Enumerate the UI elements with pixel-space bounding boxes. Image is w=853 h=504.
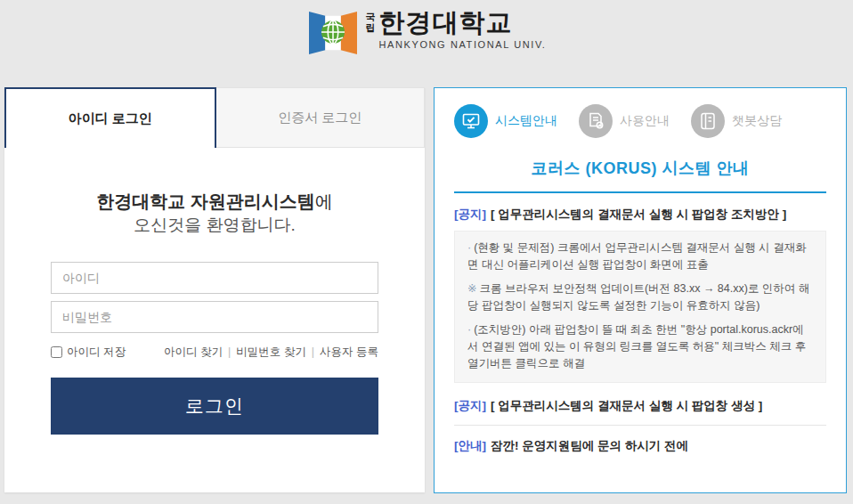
login-panel: 아이디 로그인 인증서 로그인 한경대학교 자원관리시스템에 오신것을 환영합니…	[4, 87, 425, 492]
notice-title: [ 업무관리시스템의 결재문서 실행 시 팝업창 생성 ]	[491, 399, 762, 412]
notice-tag: [공지]	[454, 399, 486, 412]
document-gear-icon	[579, 104, 613, 138]
login-form: 아이디 저장 아이디 찾기 | 비밀번호 찾기 | 사용자 등록 로그인	[51, 262, 378, 435]
university-name: 한경대학교	[379, 9, 513, 37]
page: 국립 한경대학교 HANKYONG NATIONAL UNIV. 아이디 로그인…	[0, 0, 853, 493]
notice-3-link[interactable]: [안내]잠깐! 운영지원팀에 문의 하시기 전에	[454, 430, 826, 460]
notice-2-link[interactable]: [공지][ 업무관리시스템의 결재문서 실행 시 팝업창 생성 ]	[454, 390, 826, 420]
university-logo-icon	[307, 9, 359, 57]
university-name-english: HANKYONG NATIONAL UNIV.	[379, 39, 547, 50]
info-title: 코러스 (KORUS) 시스템 안내	[454, 158, 826, 179]
tab-usage-guide-label: 사용안내	[620, 113, 670, 129]
tab-usage-guide[interactable]: 사용안내	[579, 104, 670, 138]
header: 국립 한경대학교 HANKYONG NATIONAL UNIV.	[0, 0, 853, 87]
tab-system-guide-label: 시스템안내	[495, 113, 557, 129]
tab-chatbot[interactable]: 챗봇상담	[691, 104, 782, 138]
notice-1-link[interactable]: [공지][ 업무관리시스템의 결재문서 실행 시 팝업창 조치방안 ]	[454, 199, 826, 229]
notice-title: 잠깐! 운영지원팀에 문의 하시기 전에	[491, 439, 688, 452]
find-id-link[interactable]: 아이디 찾기	[164, 345, 223, 360]
login-tabs: 아이디 로그인 인증서 로그인	[4, 87, 425, 148]
welcome-line1: 한경대학교 자원관리시스템에	[51, 189, 378, 214]
chatbot-book-icon	[691, 104, 725, 138]
save-id-label[interactable]: 아이디 저장	[51, 345, 126, 360]
welcome-line2: 오신것을 환영합니다.	[51, 214, 378, 237]
tab-id-login[interactable]: 아이디 로그인	[4, 87, 216, 148]
notice-title: [ 업무관리시스템의 결재문서 실행 시 팝업창 조치방안 ]	[491, 207, 786, 221]
notice-divider	[454, 425, 826, 426]
tab-chatbot-label: 챗봇상담	[732, 113, 782, 129]
monitor-check-icon	[454, 104, 488, 138]
id-input[interactable]	[51, 262, 378, 294]
system-info-panel: 시스템안내 사용안내	[434, 87, 847, 493]
notice-detail-line: ·(현황 및 문제점) 크롬에서 업무관리시스템 결재문서 실행 시 결재화면 …	[467, 240, 813, 274]
notice-tag: [안내]	[454, 439, 486, 452]
main-content: 아이디 로그인 인증서 로그인 한경대학교 자원관리시스템에 오신것을 환영합니…	[0, 87, 853, 493]
university-logo-text: 국립 한경대학교 HANKYONG NATIONAL UNIV.	[366, 9, 547, 50]
save-id-checkbox[interactable]	[51, 346, 62, 358]
university-logo: 국립 한경대학교 HANKYONG NATIONAL UNIV.	[307, 9, 547, 57]
title-underline	[454, 191, 826, 193]
login-button[interactable]: 로그인	[51, 378, 378, 435]
save-id-text: 아이디 저장	[67, 345, 126, 360]
notice-detail-line: ·(조치방안) 아래 팝업창이 뜰 때 최초 한번 "항상 portal.kor…	[467, 321, 813, 373]
find-password-link[interactable]: 비밀번호 찾기	[236, 345, 305, 360]
tab-certificate-login[interactable]: 인증서 로그인	[216, 87, 426, 148]
notice-detail-line: ※크롬 브라우저 보안정책 업데이트(버전 83.xx → 84.xx)로 인하…	[467, 280, 813, 315]
logo-prefix: 국립	[366, 12, 377, 33]
bullet-marker: ·	[467, 323, 471, 336]
register-user-link[interactable]: 사용자 등록	[320, 345, 378, 360]
welcome-message: 한경대학교 자원관리시스템에 오신것을 환영합니다.	[51, 189, 378, 237]
password-input[interactable]	[51, 301, 378, 333]
notice-1-details: ·(현황 및 문제점) 크롬에서 업무관리시스템 결재문서 실행 시 결재화면 …	[454, 231, 826, 383]
bullet-marker: ·	[467, 241, 471, 254]
bullet-marker: ※	[467, 282, 476, 295]
tab-system-guide[interactable]: 시스템안내	[454, 104, 557, 138]
welcome-suffix: 에	[315, 191, 333, 211]
account-links: 아이디 찾기 | 비밀번호 찾기 | 사용자 등록	[164, 345, 378, 360]
link-separator: |	[312, 345, 314, 358]
login-options: 아이디 저장 아이디 찾기 | 비밀번호 찾기 | 사용자 등록	[51, 345, 378, 360]
notice-tag: [공지]	[454, 207, 486, 221]
link-separator: |	[228, 345, 231, 358]
info-tabs: 시스템안내 사용안내	[454, 101, 826, 140]
login-body: 한경대학교 자원관리시스템에 오신것을 환영합니다. 아이디 저장 아이디 찾기…	[4, 148, 425, 435]
welcome-system-name: 한경대학교 자원관리시스템	[96, 191, 315, 211]
